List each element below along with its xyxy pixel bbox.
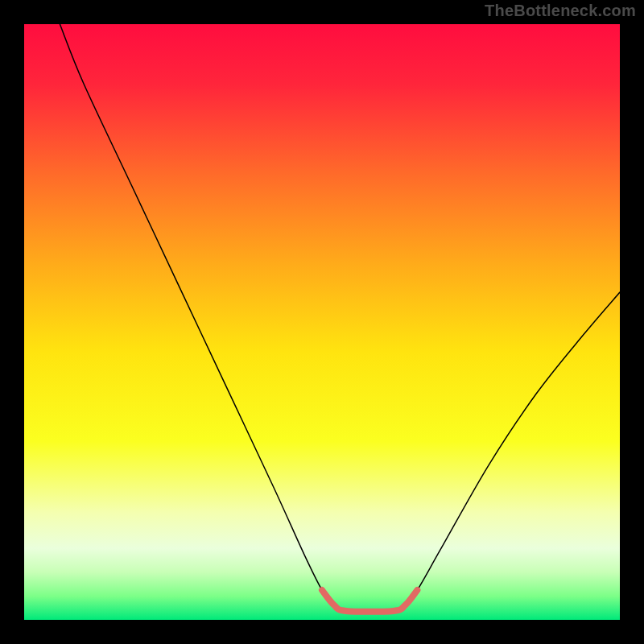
watermark-text: TheBottleneck.com <box>485 2 636 20</box>
chart-svg <box>24 24 620 620</box>
chart-plot <box>24 24 620 620</box>
chart-frame: TheBottleneck.com <box>0 0 644 644</box>
gradient-background <box>24 24 620 620</box>
